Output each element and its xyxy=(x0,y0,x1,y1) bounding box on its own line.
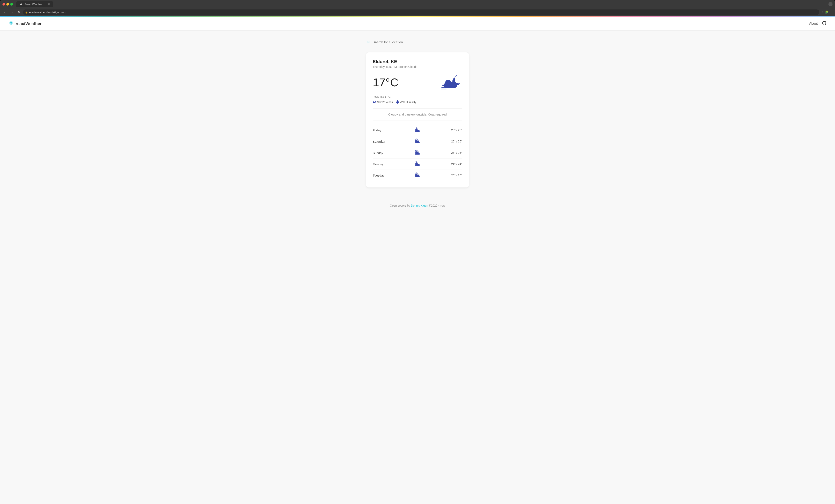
bookmark-icon[interactable]: ☆ xyxy=(821,11,824,14)
footer: Open source by Dennis Kigen ©2020 - now xyxy=(0,196,835,216)
weather-icon-large xyxy=(440,73,462,92)
traffic-lights xyxy=(2,3,13,5)
humidity-info: 72% Humidity xyxy=(396,100,416,104)
refresh-button[interactable]: ↻ xyxy=(17,10,21,14)
svg-rect-25 xyxy=(416,142,419,143)
forecast-list: Friday 25° / 25° xyxy=(373,125,462,181)
feels-like: Feels like 17°C xyxy=(373,95,462,98)
extensions-icon[interactable]: 🧩 xyxy=(825,11,829,14)
svg-line-44 xyxy=(415,162,416,162)
browser-tab[interactable]: 🌤 React Weather ✕ xyxy=(16,1,53,7)
forecast-day: Friday xyxy=(373,128,389,132)
location-name: Eldoret, KE xyxy=(373,59,462,64)
browser-toolbar: ← → ↻ 🔒 react-weather.denniskigen.com ☆ … xyxy=(0,8,835,16)
forecast-row: Saturday 26° / 26° xyxy=(373,136,462,147)
toolbar-right: ☆ 🧩 ⋮ xyxy=(821,11,833,14)
new-tab-button[interactable]: + xyxy=(54,2,56,6)
browser-chrome: 🌤 React Weather ✕ + ← → ↻ 🔒 react-weathe… xyxy=(0,0,835,504)
svg-rect-12 xyxy=(416,131,419,132)
nav-links: About xyxy=(809,21,827,27)
weather-card: Eldoret, KE Thursday, 8:36 PM, Broken Cl… xyxy=(366,53,469,187)
lock-icon: 🔒 xyxy=(25,11,28,14)
wind-text: 9 km/h winds xyxy=(377,101,393,104)
maximize-button[interactable] xyxy=(10,3,13,5)
back-button[interactable]: ← xyxy=(2,10,8,14)
address-bar[interactable]: 🔒 react-weather.denniskigen.com xyxy=(23,9,819,15)
temperature: 17°C xyxy=(373,76,399,89)
weather-main: 17°C xyxy=(373,73,462,92)
weather-details: 9 km/h winds 72% Humidity xyxy=(373,100,462,104)
app-content: reactWeather About xyxy=(0,17,835,504)
forward-button[interactable]: → xyxy=(9,10,15,14)
tab-favicon: 🌤 xyxy=(20,2,23,6)
about-link[interactable]: About xyxy=(809,22,818,25)
search-container xyxy=(366,39,469,46)
browser-titlebar: 🌤 React Weather ✕ + xyxy=(0,0,835,8)
forecast-weather-icon xyxy=(389,172,446,178)
forecast-row: Tuesday 25° / 25° xyxy=(373,170,462,181)
forecast-weather-icon xyxy=(389,127,446,133)
wind-icon xyxy=(373,101,376,104)
wind-info: 9 km/h winds xyxy=(373,101,393,104)
svg-rect-64 xyxy=(416,176,419,177)
search-icon xyxy=(367,40,370,45)
forecast-temps: 25° / 25° xyxy=(446,128,462,132)
forecast-weather-icon xyxy=(389,149,446,156)
minimize-button[interactable] xyxy=(6,3,9,5)
main-content: Eldoret, KE Thursday, 8:36 PM, Broken Cl… xyxy=(325,31,510,196)
forecast-row: Sunday 25° / 25° xyxy=(373,147,462,159)
footer-text-before: Open source by xyxy=(390,204,411,207)
weather-description: Cloudy and blustery outside. Coat requir… xyxy=(373,113,462,116)
svg-rect-38 xyxy=(416,153,419,154)
forecast-temps: 25° / 25° xyxy=(446,174,462,177)
svg-line-31 xyxy=(415,150,416,151)
forecast-day: Saturday xyxy=(373,140,389,143)
humidity-text: 72% Humidity xyxy=(400,101,416,104)
tab-bar: 🌤 React Weather ✕ + xyxy=(16,1,827,7)
logo-icon xyxy=(8,20,14,27)
url-text: react-weather.denniskigen.com xyxy=(29,11,66,14)
forecast-temps: 24° / 24° xyxy=(446,162,462,166)
forecast-row: Monday 24° / 24° xyxy=(373,159,462,170)
footer-text-after: ©2020 - now xyxy=(428,204,445,207)
svg-rect-51 xyxy=(416,165,419,165)
forecast-weather-icon xyxy=(389,161,446,167)
close-button[interactable] xyxy=(2,3,5,5)
forecast-day: Monday xyxy=(373,162,389,166)
tab-title: React Weather xyxy=(24,3,42,6)
footer-author-link[interactable]: Dennis Kigen xyxy=(411,204,428,207)
navbar: reactWeather About xyxy=(0,17,835,31)
menu-icon[interactable]: ⋮ xyxy=(830,11,833,14)
logo-text: reactWeather xyxy=(16,21,41,26)
forecast-day: Tuesday xyxy=(373,174,389,177)
forecast-weather-icon xyxy=(389,138,446,144)
forecast-temps: 26° / 26° xyxy=(446,140,462,143)
forecast-row: Friday 25° / 25° xyxy=(373,125,462,136)
location-time: Thursday, 8:36 PM, Broken Clouds xyxy=(373,65,462,68)
forecast-day: Sunday xyxy=(373,151,389,155)
profile-icon xyxy=(829,2,833,6)
logo: reactWeather xyxy=(8,20,41,27)
tab-close-button[interactable]: ✕ xyxy=(48,3,50,5)
droplet-icon xyxy=(396,100,399,104)
github-icon[interactable] xyxy=(822,21,827,27)
forecast-temps: 25° / 25° xyxy=(446,151,462,154)
svg-line-5 xyxy=(415,128,416,128)
search-input[interactable] xyxy=(366,39,469,46)
